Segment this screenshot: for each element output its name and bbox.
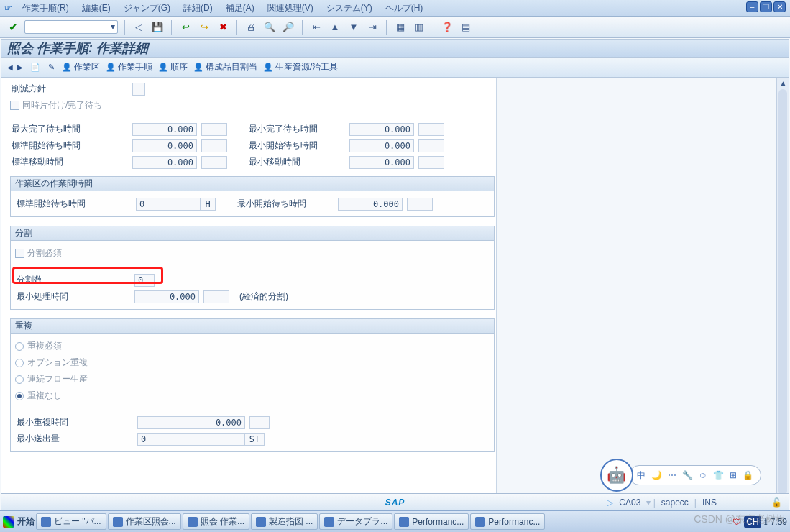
- component-link[interactable]: 👤構成品目割当: [193, 61, 257, 73]
- exit-icon[interactable]: ↪: [197, 20, 211, 35]
- minproc-field[interactable]: 0.000: [134, 290, 199, 303]
- enter-icon[interactable]: ✔: [6, 20, 20, 35]
- start-button[interactable]: 开始: [3, 515, 35, 528]
- application-toolbar: ◀ ▶ 📄 ✎ 👤作業区 👤作業手順 👤順序 👤構成品目割当 👤生産資源/治工具: [1, 58, 789, 78]
- task-item[interactable]: 照会 作業...: [183, 513, 249, 530]
- minwait-field[interactable]: 0.000: [349, 123, 414, 136]
- minstart-unit[interactable]: [418, 139, 444, 152]
- find-next-icon[interactable]: 🔎: [281, 20, 295, 35]
- minsend-unit[interactable]: ST: [244, 433, 265, 446]
- maxwait-field[interactable]: 0.000: [132, 123, 197, 136]
- radio-flow[interactable]: [15, 375, 24, 384]
- task-item[interactable]: データブラ...: [319, 513, 392, 530]
- radio-flow-label: 連続フロー生産: [27, 373, 88, 385]
- minover-label: 最小重複時間: [15, 416, 137, 428]
- minproc-unit[interactable]: [203, 290, 229, 303]
- minstart-field[interactable]: 0.000: [349, 139, 414, 152]
- task-item[interactable]: 製造指図 ...: [251, 513, 318, 530]
- new-session-icon[interactable]: ▦: [393, 20, 408, 35]
- close-button[interactable]: ✕: [773, 1, 786, 12]
- scroll-up-icon[interactable]: ▲: [778, 78, 789, 88]
- assistant-avatar-icon[interactable]: 🤖: [600, 459, 633, 492]
- menu-routing[interactable]: 作業手順(R): [17, 1, 75, 16]
- lock-icon[interactable]: 🔒: [743, 470, 753, 480]
- minover-field[interactable]: 0.000: [137, 416, 245, 429]
- dots-icon[interactable]: ⋯: [668, 470, 676, 480]
- next-page-icon[interactable]: ▼: [346, 20, 361, 35]
- task-item[interactable]: ビュー "パ...: [36, 513, 106, 530]
- minmove-field[interactable]: 0.000: [349, 156, 414, 169]
- radio-required[interactable]: [15, 342, 24, 351]
- status-bar: SAP ▷ CA03 ▾ | sapecc | INS 🔓: [1, 493, 789, 510]
- back-green-icon[interactable]: ↩: [178, 20, 193, 35]
- detail-icon[interactable]: 📄: [30, 63, 40, 73]
- grid-icon[interactable]: ⊞: [730, 470, 737, 480]
- page-title: 照会 作業手順: 作業詳細: [1, 39, 789, 58]
- radio-optional-label: オプション重複: [27, 357, 88, 369]
- find-icon[interactable]: 🔍: [262, 20, 277, 35]
- sequence-link[interactable]: 👤順序: [158, 61, 188, 73]
- minwait-unit[interactable]: [418, 123, 444, 136]
- assistant-lang[interactable]: 中: [637, 469, 646, 482]
- simul-checkbox[interactable]: [10, 101, 19, 110]
- shirt-icon[interactable]: 👕: [713, 470, 724, 480]
- menu-extras[interactable]: 補足(A): [220, 1, 260, 16]
- scrollbar[interactable]: ▲ ▼: [776, 78, 789, 507]
- layout-icon[interactable]: ▤: [459, 20, 473, 35]
- smile-icon[interactable]: ☺: [699, 470, 707, 480]
- help-icon[interactable]: ❓: [440, 20, 454, 35]
- cancel-icon[interactable]: ✖: [216, 20, 230, 35]
- prev-op-icon[interactable]: ◀: [6, 63, 14, 71]
- minstart2-unit[interactable]: [407, 198, 433, 211]
- minover-unit[interactable]: [249, 416, 270, 429]
- split-count-field[interactable]: 0: [134, 274, 155, 287]
- edit-icon[interactable]: ✎: [46, 63, 56, 73]
- radio-none[interactable]: [15, 392, 24, 400]
- minstart2-field[interactable]: 0.000: [338, 198, 403, 211]
- reduction-field[interactable]: [132, 83, 145, 96]
- routing-link[interactable]: 👤作業手順: [106, 61, 152, 73]
- status-tcode: CA03: [619, 497, 640, 508]
- split-req-checkbox[interactable]: [15, 249, 24, 258]
- stdstart-unit[interactable]: [201, 139, 227, 152]
- menu-environment[interactable]: 関連処理(V): [262, 1, 319, 16]
- menu-goto[interactable]: ジャンプ(G): [118, 1, 176, 16]
- minproc-label: 最小処理時間: [15, 290, 134, 303]
- maxwait-unit[interactable]: [201, 123, 227, 136]
- status-lock-icon[interactable]: 🔓: [771, 497, 782, 508]
- menu-help[interactable]: ヘルプ(H): [380, 1, 429, 16]
- next-op-icon[interactable]: ▶: [16, 63, 24, 71]
- moon-icon[interactable]: 🌙: [651, 470, 662, 480]
- stdstart-field[interactable]: 0.000: [132, 139, 197, 152]
- print-icon[interactable]: 🖨: [244, 20, 258, 35]
- start-icon: [3, 516, 14, 528]
- task-item[interactable]: Performanc...: [470, 513, 545, 530]
- radio-none-label: 重複なし: [27, 390, 62, 402]
- task-item[interactable]: Performanc...: [394, 513, 469, 530]
- workcenter-link[interactable]: 👤作業区: [62, 61, 100, 73]
- nav-tri-icon[interactable]: ▷: [607, 497, 613, 508]
- prev-page-icon[interactable]: ▲: [328, 20, 342, 35]
- command-field[interactable]: [24, 20, 118, 34]
- last-page-icon[interactable]: ⇥: [365, 20, 380, 35]
- stdmove-unit[interactable]: [201, 156, 227, 169]
- stdstart2-field[interactable]: 0: [136, 198, 201, 211]
- menu-corner-icon: ☞: [4, 3, 12, 13]
- stdmove-field[interactable]: 0.000: [132, 156, 197, 169]
- maximize-button[interactable]: ❐: [760, 1, 772, 12]
- menu-edit[interactable]: 編集(E): [76, 1, 116, 16]
- minmove-unit[interactable]: [418, 156, 444, 169]
- minsend-field[interactable]: 0: [137, 433, 245, 446]
- stdstart2-unit[interactable]: H: [200, 198, 216, 211]
- wrench-icon[interactable]: 🔧: [682, 470, 693, 480]
- prt-link[interactable]: 👤生産資源/治工具: [263, 61, 338, 73]
- minimize-button[interactable]: –: [746, 1, 758, 12]
- shortcut-icon[interactable]: ▥: [412, 20, 426, 35]
- first-page-icon[interactable]: ⇤: [309, 20, 323, 35]
- radio-optional[interactable]: [15, 359, 24, 367]
- task-item[interactable]: 作業区照会...: [108, 513, 181, 530]
- menu-detail[interactable]: 詳細(D): [178, 1, 219, 16]
- menu-system[interactable]: システム(Y): [321, 1, 378, 16]
- back-icon[interactable]: ◁: [132, 20, 146, 35]
- save-icon[interactable]: 💾: [150, 20, 165, 35]
